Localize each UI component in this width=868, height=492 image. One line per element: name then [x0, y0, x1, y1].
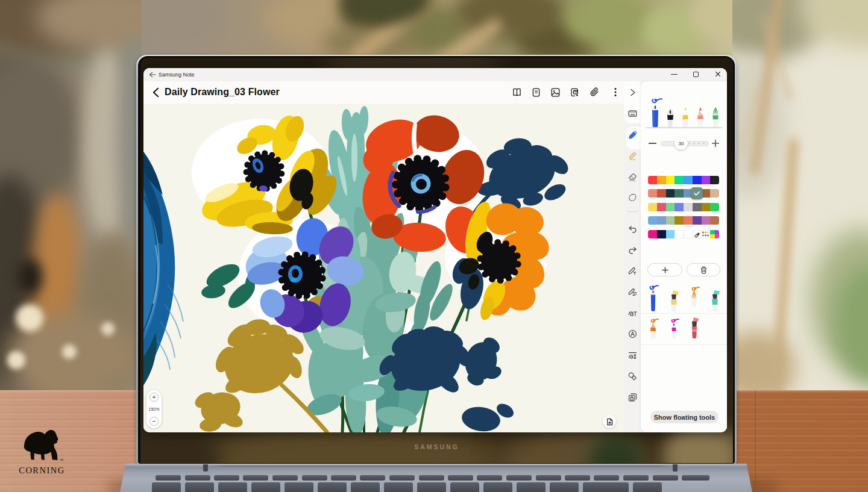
svg-text:TM: TM — [60, 458, 63, 461]
svg-text:PDF: PDF — [574, 91, 578, 93]
